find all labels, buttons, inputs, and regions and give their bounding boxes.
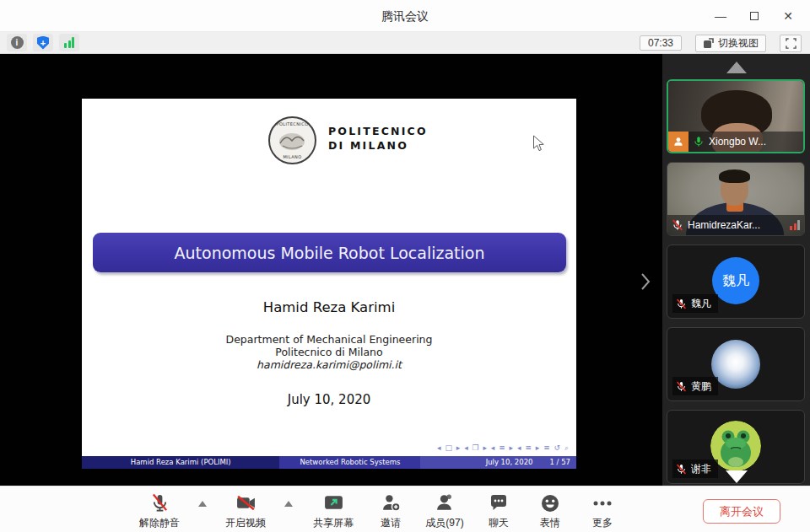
participant-label-bar: HamidrezaKar... <box>667 215 804 235</box>
fullscreen-button[interactable] <box>780 35 802 52</box>
signal-bars-icon <box>64 37 74 48</box>
leave-meeting-button[interactable]: 离开会议 <box>703 499 780 524</box>
members-button[interactable]: 成员(97) <box>415 492 474 530</box>
participant-tile[interactable]: 魏凡 魏凡 <box>667 245 805 319</box>
slide-title: Autonomous Mobile Robot Localization <box>175 244 485 262</box>
polimi-wordmark: POLITECNICO DI MILANO <box>328 116 428 153</box>
security-button[interactable]: + <box>33 34 53 51</box>
poor-network-icon <box>790 220 800 230</box>
seal-bottom-text: MILANO <box>270 154 315 159</box>
emoji-label: 表情 <box>540 516 560 530</box>
mouse-cursor <box>532 135 545 153</box>
participants-panel: Xiongbo W... HamidrezaKar... 魏凡 <box>662 54 810 486</box>
minimize-button[interactable]: — <box>704 0 737 32</box>
mic-on-icon <box>693 136 705 148</box>
switch-view-button[interactable]: 切换视图 <box>695 35 766 52</box>
slide-footline: Hamid Reza Karimi (POLIMI) Networked Rob… <box>82 456 576 469</box>
invite-icon <box>381 492 402 513</box>
participant-tile[interactable]: 黄鹏 <box>667 327 805 401</box>
status-left-icons: i + <box>7 34 79 51</box>
share-screen-label: 共享屏幕 <box>313 516 354 530</box>
share-screen-button[interactable]: 共享屏幕 <box>300 492 366 530</box>
presentation-slide: POLITECNICO MILANO POLITECNICO DI MILANO… <box>82 99 576 469</box>
more-label: 更多 <box>592 516 613 530</box>
video-options-caret[interactable] <box>284 501 293 507</box>
seal-top-text: POLITECNICO <box>270 121 315 126</box>
chat-label: 聊天 <box>489 516 509 530</box>
camera-off-icon <box>235 492 256 513</box>
author-email: hamidreza.karimi@polimi.it <box>82 358 576 371</box>
sphere-avatar <box>711 340 760 389</box>
more-dots-icon <box>591 492 613 513</box>
beamer-nav-icons: ◂ □ ▸ ◂ ❐ ▸ ◂ ≡ ▸ ◂ ≡ ▸ ≡ ↺ ⌕ <box>437 443 570 453</box>
participant-name: 谢非 <box>691 462 711 476</box>
members-label: 成员(97) <box>425 516 463 530</box>
status-right-controls: 07:33 切换视图 <box>640 34 802 52</box>
affiliation-line2: Politecnico di Milano <box>82 346 576 358</box>
slide-affiliation: Department of Mechanical Engineering Pol… <box>82 333 576 371</box>
meeting-info-button[interactable]: i <box>7 34 27 51</box>
footline-author: Hamid Reza Karimi (POLIMI) <box>82 456 279 469</box>
start-video-label: 开启视频 <box>225 516 266 530</box>
members-icon <box>435 492 456 513</box>
fullscreen-icon <box>786 38 796 49</box>
meeting-statusbar: i + 07:33 切换视图 <box>0 32 810 54</box>
scroll-down-arrow[interactable] <box>726 470 748 483</box>
participant-name: Xiongbo W... <box>709 136 766 148</box>
polimi-seal-icon: POLITECNICO MILANO <box>268 116 316 164</box>
host-badge-icon <box>668 132 688 152</box>
scroll-up-arrow[interactable] <box>726 62 747 73</box>
participant-label-bar: 黄鹏 <box>672 377 718 395</box>
shield-plus-icon: + <box>37 36 49 50</box>
participant-label-bar: Xiongbo W... <box>668 132 803 152</box>
info-icon: i <box>11 36 24 49</box>
frog-avatar <box>710 421 761 471</box>
slide-date: July 10, 2020 <box>82 392 576 407</box>
share-screen-icon <box>323 492 344 513</box>
chat-button[interactable]: 聊天 <box>474 492 523 530</box>
audio-options-caret[interactable] <box>198 501 207 507</box>
close-button[interactable]: ✕ <box>771 0 805 32</box>
invite-label: 邀请 <box>381 516 401 530</box>
toolbar-tools: 解除静音 开启视频 共享屏幕 <box>128 492 628 530</box>
shared-screen-area: POLITECNICO MILANO POLITECNICO DI MILANO… <box>0 54 662 486</box>
wordmark-line1: POLITECNICO <box>328 124 428 138</box>
emoji-button[interactable]: 表情 <box>523 492 577 530</box>
chat-icon <box>489 492 509 513</box>
footline-series: Networked Robotic Systems <box>279 456 420 469</box>
participant-label-bar: 魏凡 <box>672 294 718 313</box>
unmute-label: 解除静音 <box>139 516 180 530</box>
footline-date: July 10, 2020 <box>486 456 533 469</box>
window-title: 腾讯会议 <box>0 0 810 32</box>
layout-icon <box>703 38 714 49</box>
network-status-button[interactable] <box>59 34 79 51</box>
mic-muted-icon <box>150 492 170 513</box>
maximize-button[interactable] <box>737 0 771 32</box>
participant-name: 黄鹏 <box>691 379 711 394</box>
mic-muted-icon <box>676 381 687 392</box>
seal-figure <box>270 128 315 153</box>
footline-page: 1 / 57 <box>549 456 570 469</box>
participant-tile[interactable]: HamidrezaKar... <box>667 162 805 236</box>
switch-view-label: 切换视图 <box>718 36 759 51</box>
slide-author: Hamid Reza Karimi <box>82 299 576 315</box>
affiliation-line1: Department of Mechanical Engineering <box>82 333 576 346</box>
participant-tile[interactable]: Xiongbo W... <box>667 79 805 153</box>
invite-button[interactable]: 邀请 <box>366 492 415 530</box>
maximize-icon <box>750 12 759 20</box>
more-button[interactable]: 更多 <box>577 492 628 530</box>
mic-muted-icon <box>676 464 687 475</box>
wordmark-line2: DI MILANO <box>328 138 428 153</box>
participant-name: HamidrezaKar... <box>688 219 760 231</box>
start-video-button[interactable]: 开启视频 <box>214 492 277 530</box>
unmute-button[interactable]: 解除静音 <box>128 492 191 530</box>
meeting-toolbar: 解除静音 开启视频 共享屏幕 <box>0 486 810 532</box>
polimi-logo: POLITECNICO MILANO POLITECNICO DI MILANO <box>268 116 428 164</box>
window-titlebar: 腾讯会议 — ✕ <box>0 0 810 32</box>
participant-label-bar: 谢非 <box>672 459 718 478</box>
participant-name: 魏凡 <box>691 297 711 311</box>
expand-panel-chevron[interactable] <box>640 271 651 292</box>
emoji-icon <box>540 492 560 513</box>
window-controls: — ✕ <box>704 0 805 32</box>
mic-muted-icon <box>676 298 687 309</box>
